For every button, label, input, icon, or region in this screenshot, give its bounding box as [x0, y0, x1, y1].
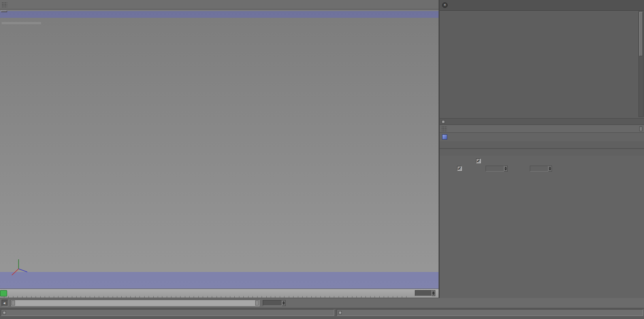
viewport-statistics	[2, 22, 41, 24]
viewport-camera-label[interactable]	[1, 10, 7, 12]
stepper-icon	[504, 166, 508, 172]
right-panel: ×	[440, 0, 644, 298]
stop-field	[530, 166, 552, 172]
drag-handle-icon[interactable]	[2, 2, 7, 8]
attribute-tabs	[440, 141, 644, 149]
viewport-canvas[interactable]	[0, 9, 439, 289]
stepper-icon	[548, 166, 552, 172]
attributes-menubar	[440, 125, 644, 133]
start-field	[486, 166, 508, 172]
frame-number-field[interactable]	[415, 290, 435, 296]
panel-edge-icon[interactable]	[639, 126, 642, 131]
stepper-icon[interactable]	[432, 290, 435, 296]
frame-ticks	[4, 296, 411, 298]
scrollbar[interactable]	[638, 11, 644, 117]
preview-range-slider[interactable]	[11, 300, 260, 306]
auto-checkbox[interactable]	[457, 166, 462, 171]
render-safe-band-bottom	[0, 272, 439, 289]
minimum-frame-field[interactable]: ◀	[2, 300, 8, 306]
cloth-tag-icon	[442, 134, 447, 140]
current-frame-marker[interactable]	[0, 290, 7, 296]
maximum-frame-field[interactable]	[263, 300, 286, 306]
materials-icon	[3, 311, 6, 314]
engine-checkbox[interactable]	[476, 159, 481, 163]
coordinates-statusbar	[337, 309, 643, 316]
engine-row	[440, 157, 644, 165]
panel-icon	[442, 120, 445, 123]
close-icon[interactable]: ×	[442, 2, 448, 8]
section-header	[440, 149, 644, 156]
tag-header	[440, 133, 644, 141]
transport-bar: ◀	[0, 298, 644, 308]
application-window: ×	[0, 0, 644, 319]
axis-gizmo	[7, 255, 30, 279]
decrement-arrow-icon[interactable]: ◀	[3, 302, 5, 305]
coordinates-icon	[339, 311, 342, 314]
render-safe-band-top	[0, 11, 439, 18]
attributes-titlebar	[440, 119, 644, 125]
scrollbar-thumb[interactable]	[639, 12, 643, 56]
object-tree	[440, 11, 644, 12]
object-manager-panel: ×	[440, 0, 644, 119]
viewport-3d[interactable]	[0, 9, 439, 289]
materials-statusbar	[1, 309, 334, 316]
drag-handle-icon[interactable]	[441, 126, 447, 132]
ground-plane	[0, 9, 439, 289]
auto-row	[440, 165, 644, 172]
viewport-menubar	[0, 0, 440, 9]
object-manager-header: ×	[440, 0, 644, 11]
stepper-icon[interactable]	[282, 300, 286, 306]
timeline-ruler[interactable]	[0, 289, 439, 298]
